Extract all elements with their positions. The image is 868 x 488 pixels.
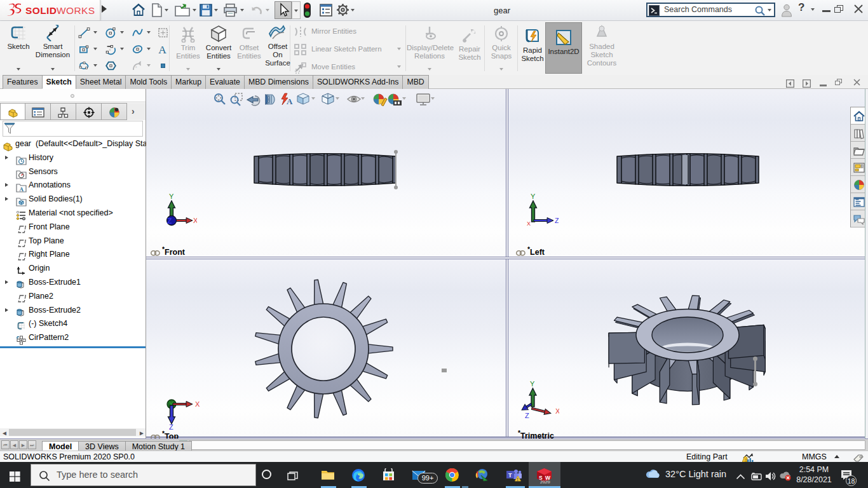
svg-text:Z: Z: [525, 412, 529, 418]
svg-text:X: X: [555, 407, 559, 415]
svg-text:Z: Z: [555, 217, 559, 224]
svg-text:A: A: [158, 43, 166, 55]
svg-text:SOLID: SOLID: [25, 5, 57, 16]
svg-text:Z: Z: [169, 423, 173, 430]
svg-text:Y: Y: [169, 193, 174, 200]
svg-text:X: X: [527, 220, 531, 227]
svg-text:A: A: [287, 97, 293, 106]
svg-text:Z: Z: [167, 217, 172, 226]
svg-text:WORKS: WORKS: [57, 5, 95, 16]
svg-text:2020: 2020: [540, 480, 550, 484]
svg-text:X: X: [193, 217, 197, 224]
svg-text:A: A: [20, 186, 24, 192]
svg-text:x: x: [109, 48, 111, 52]
svg-text:X: X: [195, 400, 200, 408]
svg-text:Y: Y: [531, 193, 536, 200]
svg-text:Y: Y: [530, 380, 535, 388]
svg-text:x: x: [135, 65, 137, 69]
svg-text:T: T: [508, 472, 512, 478]
svg-text:!: !: [517, 477, 519, 482]
